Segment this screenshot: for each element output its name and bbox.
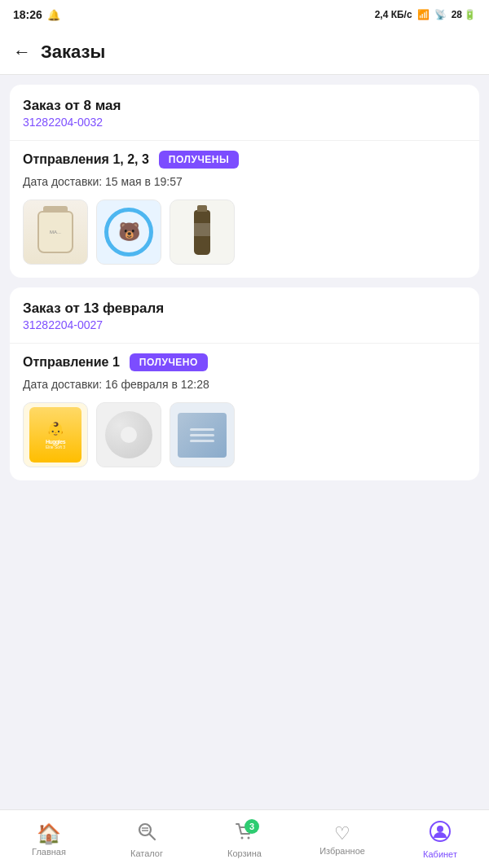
order-2-header: Заказ от 13 февраля 31282204-0027	[10, 287, 479, 335]
status-bar-left: 18:26 🔔	[13, 8, 60, 21]
time: 18:26	[13, 8, 42, 21]
shipment-2-label: Отправление 1	[23, 355, 120, 370]
order-1-title: Заказ от 8 мая	[23, 98, 466, 114]
order-1-header: Заказ от 8 мая 31282204-0032	[10, 85, 479, 132]
page-title: Заказы	[41, 42, 105, 63]
favorites-icon: ♡	[334, 823, 350, 844]
nav-profile-label: Кабинет	[423, 849, 457, 859]
product-roll[interactable]	[96, 402, 161, 467]
svg-point-7	[437, 826, 443, 832]
shipment-2-block: Отправление 1 ПОЛУЧЕНО Дата доставки: 16…	[10, 343, 479, 480]
nav-cart[interactable]: 3 Корзина	[196, 821, 293, 858]
nav-catalog[interactable]: Каталог	[98, 821, 196, 858]
svg-line-1	[150, 834, 156, 840]
bottom-navigation: 🏠 Главная Каталог 3 Корзина ♡ Избранное	[0, 809, 489, 868]
product-package[interactable]	[170, 402, 235, 467]
status-bar: 18:26 🔔 2,4 КБ/с 📶 📡 28 🔋	[0, 0, 489, 29]
cart-badge: 3	[244, 819, 259, 834]
catalog-icon	[136, 821, 157, 847]
shipment-1-products: МА... 🐻	[23, 199, 466, 265]
back-button[interactable]: ←	[13, 43, 31, 61]
nav-profile[interactable]: Кабинет	[391, 820, 489, 859]
home-icon: 🏠	[37, 822, 61, 845]
wifi-icon: 📡	[434, 9, 447, 20]
shipment-2-products: 👶 Huggies Elite Soft 3	[23, 402, 466, 467]
nav-catalog-label: Каталог	[130, 848, 163, 858]
huggies-brand: Huggies	[46, 439, 65, 445]
product-huggies[interactable]: 👶 Huggies Elite Soft 3	[23, 402, 88, 467]
signal-icon: 📶	[417, 9, 430, 20]
order-card-1[interactable]: Заказ от 8 мая 31282204-0032 Отправления…	[10, 85, 479, 278]
battery-icon: 🔋	[464, 9, 476, 20]
order-2-number[interactable]: 31282204-0027	[23, 318, 466, 331]
battery: 28 🔋	[452, 9, 476, 20]
shipment-1-block: Отправления 1, 2, 3 ПОЛУЧЕНЫ Дата достав…	[10, 140, 479, 278]
huggies-sub: Elite Soft 3	[46, 445, 65, 449]
shipment-1-header: Отправления 1, 2, 3 ПОЛУЧЕНЫ	[23, 151, 466, 169]
shipment-2-delivery-date: Дата доставки: 16 февраля в 12:28	[23, 378, 466, 391]
nav-favorites[interactable]: ♡ Избранное	[293, 823, 391, 856]
nav-favorites-label: Избранное	[319, 846, 365, 856]
notification-icon: 🔔	[47, 9, 60, 21]
svg-point-5	[248, 836, 250, 839]
shipment-1-status: ПОЛУЧЕНЫ	[159, 151, 239, 169]
product-jar[interactable]: МА...	[23, 199, 88, 265]
product-pacifier[interactable]: 🐻	[96, 199, 161, 265]
nav-home-label: Главная	[32, 847, 66, 857]
header: ← Заказы	[0, 29, 489, 75]
svg-point-4	[241, 836, 244, 839]
order-card-2[interactable]: Заказ от 13 февраля 31282204-0027 Отправ…	[10, 287, 479, 480]
shipment-1-delivery-date: Дата доставки: 15 мая в 19:57	[23, 175, 466, 188]
order-2-title: Заказ от 13 февраля	[23, 300, 466, 317]
battery-value: 28	[452, 9, 462, 20]
nav-home[interactable]: 🏠 Главная	[0, 822, 98, 857]
baby-icon: 👶	[46, 421, 64, 439]
orders-list: Заказ от 8 мая 31282204-0032 Отправления…	[0, 75, 489, 546]
shipment-2-status: ПОЛУЧЕНО	[130, 353, 208, 371]
shipment-2-header: Отправление 1 ПОЛУЧЕНО	[23, 353, 466, 371]
status-bar-right: 2,4 КБ/с 📶 📡 28 🔋	[375, 9, 476, 20]
order-1-number[interactable]: 31282204-0032	[23, 116, 466, 129]
product-bottle[interactable]	[170, 199, 235, 265]
profile-icon	[429, 820, 452, 848]
shipment-1-label: Отправления 1, 2, 3	[23, 152, 149, 167]
network-speed: 2,4 КБ/с	[375, 9, 412, 20]
nav-cart-label: Корзина	[227, 848, 262, 858]
bear-icon: 🐻	[118, 221, 140, 243]
